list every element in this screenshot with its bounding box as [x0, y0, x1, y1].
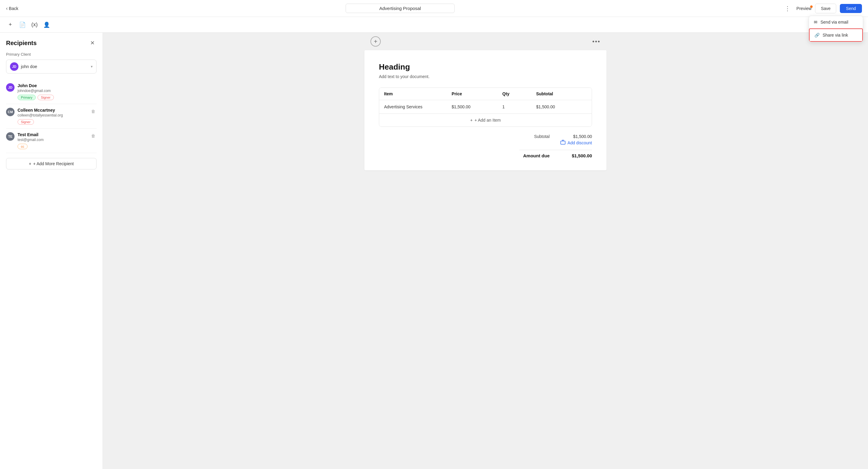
badge-cc: cc: [18, 144, 28, 149]
recipient-item: JD John Doe johndoe@gmail.com Primary Si…: [6, 80, 97, 104]
client-select-dropdown[interactable]: JD john doe ▾: [6, 60, 97, 73]
block-more-button[interactable]: •••: [592, 38, 600, 45]
navbar-right: ⋮ Preview Save Send: [782, 4, 862, 13]
badge-row: Primary Signer: [18, 95, 97, 100]
back-button[interactable]: ‹ Back: [6, 6, 18, 11]
add-item-row[interactable]: + + Add an Item: [379, 114, 592, 126]
amount-due-label: Amount due: [519, 153, 550, 158]
add-item-label: + Add an Item: [474, 118, 501, 123]
col-price: Price: [452, 91, 502, 96]
amount-due-value: $1,500.00: [568, 153, 592, 158]
recipient-item: TE Test Email test@gmail.com cc 🗑: [6, 129, 97, 153]
row-item: Advertising Services: [384, 104, 452, 109]
page-tool-button[interactable]: 📄: [17, 19, 28, 30]
badge-signer: Signer: [37, 95, 54, 100]
recipient-name: Colleen Mccartney: [18, 108, 87, 113]
variable-tool-button[interactable]: (x): [29, 19, 40, 30]
variable-icon: (x): [31, 22, 38, 28]
chevron-down-icon: ▾: [91, 64, 93, 69]
badge-signer: Signer: [18, 119, 34, 125]
close-icon: ✕: [90, 40, 95, 46]
client-avatar-initials: JD: [12, 65, 17, 68]
preview-button[interactable]: Preview: [797, 6, 812, 11]
plus-circle-icon: +: [374, 38, 377, 45]
more-options-button[interactable]: ⋮: [782, 4, 793, 13]
send-button[interactable]: Send: [840, 4, 862, 13]
recipient-info: Test Email test@gmail.com cc: [18, 132, 87, 149]
back-label: Back: [9, 6, 18, 11]
preview-label: Preview: [797, 6, 812, 11]
subtotal-label: Subtotal: [519, 134, 550, 139]
discount-row: Add discount: [512, 139, 592, 146]
email-icon: ✉: [814, 20, 817, 25]
plus-icon: +: [470, 118, 473, 123]
navbar-center: [18, 4, 782, 13]
avatar: JD: [6, 83, 14, 92]
plus-icon: +: [29, 161, 31, 166]
person-tool-button[interactable]: 👤: [41, 19, 52, 30]
plus-icon: +: [9, 22, 12, 28]
add-item-button[interactable]: + + Add an Item: [470, 118, 501, 123]
discount-icon: [560, 139, 566, 146]
primary-client-label: Primary Client: [6, 52, 97, 57]
person-icon: 👤: [43, 22, 50, 28]
avatar: TE: [6, 132, 14, 141]
client-select-left: JD john doe: [10, 62, 37, 71]
document-card: Heading Add text to your document. Item …: [364, 50, 607, 170]
close-sidebar-button[interactable]: ✕: [88, 39, 97, 47]
amount-due-row: Amount due $1,500.00: [519, 153, 592, 158]
table-row: Advertising Services $1,500.00 1 $1,500.…: [379, 100, 592, 114]
recipient-info: John Doe johndoe@gmail.com Primary Signe…: [18, 83, 97, 100]
sidebar-header: Recipients ✕: [6, 39, 97, 47]
content-area: + ••• Heading Add text to your document.…: [103, 33, 868, 469]
save-button[interactable]: Save: [815, 4, 836, 13]
add-block-button[interactable]: +: [370, 36, 381, 46]
add-discount-label: Add discount: [567, 140, 592, 145]
doc-title-input[interactable]: [346, 4, 455, 13]
doc-heading: Heading: [379, 62, 592, 72]
row-price: $1,500.00: [452, 104, 502, 109]
ellipsis-icon: •••: [592, 38, 600, 45]
send-via-email-label: Send via email: [820, 20, 848, 25]
recipient-info: Colleen Mccartney colleen@totallyessenti…: [18, 108, 87, 125]
row-qty: 1: [502, 104, 536, 109]
recipient-list: JD John Doe johndoe@gmail.com Primary Si…: [6, 80, 97, 153]
avatar: CM: [6, 108, 14, 116]
subtotal-row: Subtotal $1,500.00: [519, 134, 592, 139]
row-subtotal: $1,500.00: [536, 104, 587, 109]
recipient-email: test@gmail.com: [18, 138, 87, 142]
client-avatar: JD: [10, 62, 19, 71]
add-block-row: + •••: [364, 33, 607, 50]
doc-subtext: Add text to your document.: [379, 74, 592, 79]
recipient-name: Test Email: [18, 132, 87, 137]
dropdown-menu: ✉ Send via email 🔗 Share via link: [809, 16, 863, 42]
send-via-email-item[interactable]: ✉ Send via email: [809, 16, 863, 28]
share-via-link-item[interactable]: 🔗 Share via link: [809, 28, 863, 42]
badge-row: cc: [18, 144, 87, 149]
recipient-name: John Doe: [18, 83, 97, 88]
recipient-email: johndoe@gmail.com: [18, 89, 97, 93]
subtotal-value: $1,500.00: [568, 134, 592, 139]
delete-recipient-button[interactable]: 🗑: [90, 132, 97, 139]
sidebar: Recipients ✕ Primary Client JD john doe …: [0, 33, 103, 469]
add-recipient-label: + Add More Recipient: [33, 161, 73, 166]
add-discount-button[interactable]: Add discount: [560, 139, 592, 146]
badge-row: Signer: [18, 119, 87, 125]
page-icon: 📄: [19, 22, 26, 28]
col-subtotal: Subtotal: [536, 91, 587, 96]
share-via-link-label: Share via link: [823, 33, 848, 37]
col-qty: Qty: [502, 91, 536, 96]
toolbar: + 📄 (x) 👤: [0, 17, 868, 33]
delete-recipient-button[interactable]: 🗑: [90, 108, 97, 115]
add-tool-button[interactable]: +: [5, 19, 16, 30]
recipient-item: CM Colleen Mccartney colleen@totallyesse…: [6, 104, 97, 129]
add-recipient-button[interactable]: + + Add More Recipient: [6, 158, 97, 169]
notification-dot: [810, 5, 813, 8]
navbar: ‹ Back ⋮ Preview Save Send ✉ Send via em…: [0, 0, 868, 17]
chevron-left-icon: ‹: [6, 6, 7, 11]
link-icon: 🔗: [814, 33, 819, 37]
badge-primary: Primary: [18, 95, 36, 100]
invoice-table: Item Price Qty Subtotal Advertising Serv…: [379, 88, 592, 127]
client-name: john doe: [21, 64, 37, 69]
invoice-header: Item Price Qty Subtotal: [379, 88, 592, 100]
